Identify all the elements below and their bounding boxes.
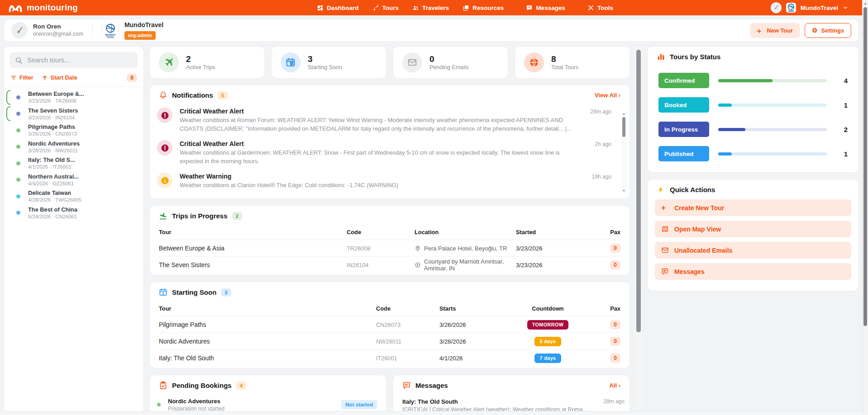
starting-soon-table: Tour Code Starts Countdown Pax Pilgrimag… <box>150 301 630 368</box>
view-all-link[interactable]: View All › <box>595 92 620 99</box>
horizontal-scrollbar-track[interactable] <box>0 411 862 415</box>
quick-action-button[interactable]: Messages <box>655 263 851 280</box>
page-scrollbar[interactable]: ▲ <box>862 0 868 415</box>
nav-item[interactable]: Dashboard <box>317 5 359 11</box>
app-logo[interactable]: monitouring <box>8 3 78 13</box>
globe-icon <box>529 57 539 67</box>
table-row[interactable]: The Seven Sisters IN26104 Courtyard by M… <box>159 256 620 273</box>
nav-item[interactable]: Tools <box>587 5 622 11</box>
scrollbar-thumb[interactable] <box>863 7 867 326</box>
notification-time: 28m ago <box>579 108 611 133</box>
status-dot <box>16 194 20 198</box>
sort-start-date-button[interactable]: Start Date <box>42 75 77 81</box>
active-bracket <box>6 90 10 105</box>
search-input[interactable] <box>27 57 133 64</box>
new-tour-button[interactable]: + New Tour <box>750 23 800 38</box>
tools-icon <box>587 5 594 11</box>
nav-item-label: Tools <box>597 5 613 11</box>
chevron-down-icon <box>569 5 574 10</box>
target-icon <box>415 262 421 268</box>
table-row[interactable]: Nordic Adventures NW26011 3/28/2026 3 da… <box>159 333 620 349</box>
tours-by-status-panel: Tours by Status Confirmed 4 Booked <box>647 46 859 173</box>
table-row[interactable]: Italy: The Old South IT26001 4/1/2026 7 … <box>159 349 620 366</box>
scroll-down-arrow-icon[interactable]: ▼ <box>621 189 626 192</box>
notification-item[interactable]: Weather Warning Weather conditions at Cl… <box>157 169 611 191</box>
quick-action-label: Messages <box>674 268 705 275</box>
notifications-list: Critical Weather Alert Weather condition… <box>150 104 630 191</box>
quick-actions-panel: Quick Actions + Create New Tour Open Map… <box>647 179 859 291</box>
tour-subtitle: 3/23/2026 · IN26104 <box>28 114 78 121</box>
tour-list-item[interactable]: The Best of China 6/24/2026 · CN26061 <box>4 205 143 222</box>
table-row[interactable]: Between Europe & Asia TR26008 Pera Palac… <box>159 240 620 256</box>
tour-list-item[interactable]: Northern Austral... 4/4/2026 · OZ26061 <box>4 172 143 189</box>
table-header-row: Tour Code Starts Countdown Pax <box>159 301 620 316</box>
notifications-scrollbar[interactable]: ▲ ▼ <box>621 111 626 193</box>
progress-bar <box>718 104 827 107</box>
info-icon <box>161 176 169 185</box>
tour-list-item[interactable]: Delicate Taiwan 4/28/2026 · TWG26005 <box>4 188 143 205</box>
status-dot <box>157 403 161 406</box>
quick-action-button[interactable]: Unallocated Emails <box>655 242 851 259</box>
account-label: MundoTravel <box>801 5 838 11</box>
tours-icon <box>372 5 379 11</box>
quick-action-button[interactable]: + Create New Tour <box>655 199 851 216</box>
stat-label: Active Trips <box>186 64 215 71</box>
countdown-cell: 3 days <box>501 337 595 346</box>
stat-label: Pending Emails <box>429 64 469 71</box>
active-bracket <box>6 123 10 138</box>
main-nav: Dashboard Tours Travelers Resources <box>317 0 622 15</box>
tour-list-item[interactable]: Nordic Adventures 3/28/2026 · NW26011 <box>4 139 143 156</box>
tour-subtitle: 3/23/2026 · TR26008 <box>28 98 84 104</box>
tour-title: Northern Austral... <box>28 173 79 180</box>
notification-item[interactable]: Critical Weather Alert Weather condition… <box>157 137 611 169</box>
nav-item[interactable]: Tours <box>372 5 399 11</box>
scrollbar-thumb[interactable] <box>622 117 625 137</box>
table-row[interactable]: Pilgrimage Paths CN26073 3/26/2026 TOMOR… <box>159 316 620 333</box>
org-name: MundoTravel <box>124 21 163 29</box>
settings-button[interactable]: ⚙ Settings <box>805 23 851 38</box>
tour-list-item[interactable]: Italy: The Old S... 4/1/2026 · IT26001 <box>4 155 143 172</box>
scroll-up-arrow-icon[interactable]: ▲ <box>863 2 868 5</box>
tour-cell: Nordic Adventures <box>159 338 376 345</box>
pax-cell: 0 <box>595 260 620 269</box>
top-nav: monitouring Dashboard Tours Travelers <box>0 0 868 15</box>
status-dot <box>16 178 20 182</box>
tour-subtitle: 3/28/2026 · NW26011 <box>28 147 80 154</box>
alert-icon <box>161 144 169 152</box>
all-messages-link[interactable]: All › <box>609 382 620 389</box>
account-switcher[interactable]: MundoTravel <box>771 2 860 13</box>
code-cell: IT26001 <box>376 355 439 362</box>
starts-cell: 4/1/2026 <box>439 355 501 362</box>
status-row: In Progress 2 <box>648 117 858 141</box>
quick-action-button[interactable]: Open Map View <box>655 221 851 237</box>
quick-actions-list: + Create New Tour Open Map View Unalloca… <box>648 198 858 291</box>
nav-item-label: Messages <box>536 5 565 11</box>
bell-icon <box>159 91 167 99</box>
stat-value: 3 <box>308 54 342 65</box>
main-content: 2 Active Trips 3 Starting Soon <box>149 46 630 415</box>
tour-subtitle: 3/26/2026 · CN26073 <box>28 131 77 137</box>
nav-item[interactable]: Resources <box>463 5 512 11</box>
notification-title: Critical Weather Alert <box>180 140 572 147</box>
stat-value: 2 <box>186 54 215 65</box>
active-bracket <box>6 205 10 220</box>
tour-list-item[interactable]: The Seven Sisters 3/23/2026 · IN26104 <box>4 106 143 123</box>
nav-item[interactable]: Travelers <box>412 5 449 11</box>
code-cell: IN26104 <box>347 262 415 269</box>
tour-cell: Pilgrimage Paths <box>159 321 376 328</box>
nav-item[interactable]: Messages <box>526 5 574 11</box>
countdown-badge: 7 days <box>534 354 561 363</box>
scrollbar-thumb[interactable] <box>636 50 641 332</box>
code-cell: NW26011 <box>376 338 439 345</box>
panel-title: Notifications <box>172 91 213 99</box>
tour-list-item[interactable]: Between Europe &... 3/23/2026 · TR26008 <box>4 89 143 106</box>
user-name: Ron Oren <box>33 23 83 31</box>
tour-list-item[interactable]: Pilgrimage Paths 3/26/2026 · CN26073 <box>4 122 143 139</box>
scroll-up-arrow-icon[interactable]: ▲ <box>621 112 626 115</box>
main-scrollbar[interactable] <box>635 46 642 415</box>
filter-button[interactable]: Filter <box>10 75 33 81</box>
tour-title: Nordic Adventures <box>28 140 80 147</box>
progress-bar <box>718 128 827 131</box>
user-avatar[interactable] <box>11 22 28 38</box>
notification-item[interactable]: Critical Weather Alert Weather condition… <box>157 104 611 137</box>
